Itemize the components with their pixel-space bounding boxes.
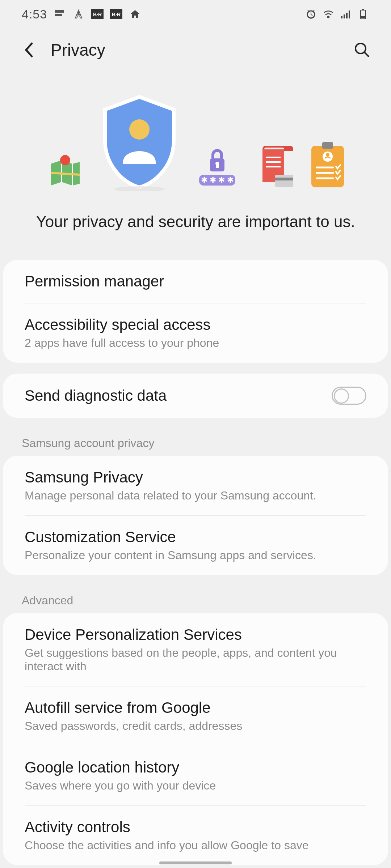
page-title: Privacy [51, 40, 340, 60]
app-icon-a [72, 8, 85, 20]
svg-rect-26 [266, 161, 281, 163]
card-samsung-privacy: Samsung Privacy Manage personal data rel… [3, 456, 388, 575]
row-title: Customization Service [25, 528, 366, 546]
svg-rect-7 [341, 16, 342, 18]
status-bar: 4:53 B·R B·R [0, 0, 391, 28]
svg-point-18 [114, 186, 165, 191]
row-activity-controls[interactable]: Activity controls Choose the activities … [3, 805, 388, 865]
svg-rect-8 [344, 14, 345, 18]
svg-rect-1 [55, 14, 62, 16]
svg-text:B·R: B·R [112, 12, 121, 17]
row-title: Accessibility special access [25, 316, 366, 333]
status-right [305, 8, 369, 20]
row-samsung-privacy[interactable]: Samsung Privacy Manage personal data rel… [3, 456, 388, 515]
shield-privacy-icon [98, 93, 181, 191]
svg-rect-31 [322, 142, 333, 149]
search-button[interactable] [351, 39, 373, 61]
hero-tagline: Your privacy and security are important … [14, 213, 377, 231]
row-device-personalization[interactable]: Device Personalization Services Get sugg… [3, 613, 388, 686]
row-title: Activity controls [25, 818, 366, 836]
row-title: Google location history [25, 759, 366, 776]
card-permissions: Permission manager Accessibility special… [3, 260, 388, 363]
svg-point-17 [129, 119, 150, 140]
card-advanced: Device Personalization Services Get sugg… [3, 613, 388, 865]
back-button[interactable] [18, 39, 40, 61]
app-bar: Privacy [0, 28, 391, 72]
svg-rect-12 [362, 9, 364, 10]
card-diagnostic: Send diagnostic data [3, 374, 388, 418]
row-subtitle: Saved passwords, credit cards, addresses [25, 719, 366, 733]
row-title: Send diagnostic data [25, 387, 167, 404]
row-accessibility-special-access[interactable]: Accessibility special access 2 apps have… [3, 303, 388, 363]
svg-rect-0 [55, 10, 64, 13]
row-subtitle: Manage personal data related to your Sam… [25, 489, 366, 502]
row-subtitle: Choose the activities and info you allow… [25, 839, 366, 852]
receipt-icon [253, 144, 297, 191]
svg-rect-13 [361, 16, 365, 18]
row-send-diagnostic-data[interactable]: Send diagnostic data [3, 374, 388, 418]
checklist-icon [308, 140, 348, 191]
app-icon-e [54, 8, 66, 20]
chevron-left-icon [22, 41, 35, 59]
row-autofill-google[interactable]: Autofill service from Google Saved passw… [3, 686, 388, 746]
row-title: Samsung Privacy [25, 469, 366, 486]
home-icon [129, 8, 141, 20]
svg-rect-21 [216, 164, 219, 168]
svg-rect-28 [275, 175, 293, 187]
map-icon [43, 148, 87, 191]
status-time: 4:53 [22, 7, 47, 21]
row-title: Permission manager [25, 273, 366, 290]
status-left: 4:53 B·R B·R [22, 7, 141, 21]
svg-rect-25 [266, 157, 281, 158]
svg-rect-29 [275, 178, 293, 180]
row-subtitle: Get suggestions based on the people, app… [25, 646, 366, 673]
wifi-icon [322, 8, 335, 20]
alarm-icon [305, 8, 317, 20]
svg-text:B·R: B·R [93, 12, 102, 17]
row-customization-service[interactable]: Customization Service Personalize your c… [3, 515, 388, 575]
row-subtitle: 2 apps have full access to your phone [25, 336, 366, 350]
svg-point-33 [326, 153, 329, 157]
hero-section: ✱ ✱ ✱ ✱ Your privacy and security are im… [0, 72, 391, 260]
svg-rect-9 [346, 13, 348, 18]
row-subtitle: Personalize your content in Samsung apps… [25, 549, 366, 562]
signal-icon [340, 8, 352, 20]
row-subtitle: Saves where you go with your device [25, 779, 366, 792]
app-icon-br2: B·R [110, 8, 122, 20]
battery-icon [357, 8, 369, 20]
row-title: Device Personalization Services [25, 626, 366, 643]
svg-rect-10 [349, 10, 350, 18]
row-title: Autofill service from Google [25, 699, 366, 716]
password-lock-icon: ✱ ✱ ✱ ✱ [192, 140, 243, 191]
section-header-advanced: Advanced [0, 586, 391, 613]
app-icon-br: B·R [91, 8, 104, 20]
svg-text:✱ ✱ ✱ ✱: ✱ ✱ ✱ ✱ [201, 175, 234, 184]
svg-rect-27 [266, 166, 281, 167]
row-permission-manager[interactable]: Permission manager [3, 260, 388, 303]
diagnostic-toggle[interactable] [332, 387, 366, 405]
hero-illustration: ✱ ✱ ✱ ✱ [14, 93, 377, 191]
navigation-handle[interactable] [159, 861, 232, 864]
row-google-location-history[interactable]: Google location history Saves where you … [3, 746, 388, 805]
search-icon [353, 41, 371, 59]
section-header-samsung: Samsung account privacy [0, 429, 391, 456]
